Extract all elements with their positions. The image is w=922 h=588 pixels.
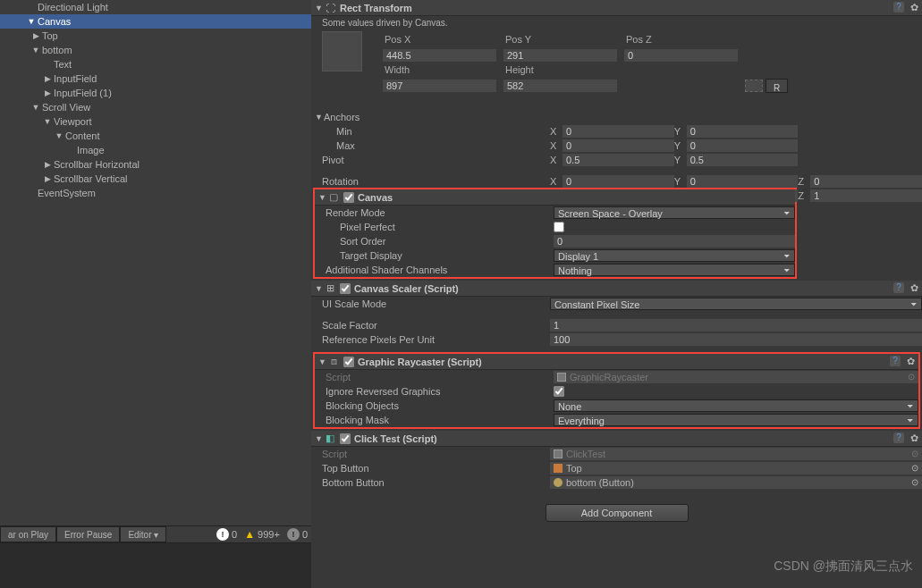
- error-pause-button[interactable]: Error Pause: [56, 526, 120, 542]
- hierarchy-item[interactable]: ▶Top: [0, 29, 311, 43]
- help-icon[interactable]: ?: [893, 433, 904, 443]
- rot-x-input[interactable]: 0: [563, 175, 674, 188]
- min-y-input[interactable]: 0: [687, 125, 799, 138]
- error-icon: !: [287, 528, 300, 541]
- hierarchy-item[interactable]: ▼bottom: [0, 43, 311, 57]
- button-icon: [554, 478, 563, 487]
- rot-z-input[interactable]: 0: [810, 175, 922, 188]
- console-toolbar: ar on Play Error Pause Editor ▾ !0 ▲999+…: [0, 525, 311, 543]
- ref-pixels-label: Reference Pixels Per Unit: [322, 334, 550, 345]
- scaler-icon: ⊞: [324, 282, 336, 295]
- rect-transform-header[interactable]: ▼ ⛶ Rect Transform ? ✿: [311, 0, 922, 16]
- info-badge[interactable]: !0: [213, 528, 241, 541]
- gear-icon[interactable]: ✿: [910, 2, 918, 13]
- hierarchy-panel: Directional Light ▼Canvas ▶Top ▼bottom T…: [0, 0, 311, 588]
- raycaster-enable-checkbox[interactable]: [343, 357, 354, 367]
- scale-factor-input[interactable]: 1: [550, 319, 922, 332]
- shader-channels-dropdown[interactable]: Nothing: [554, 264, 795, 276]
- pos-z-label: Pos Z: [624, 32, 745, 47]
- clear-on-play-button[interactable]: ar on Play: [0, 526, 56, 542]
- warning-badge[interactable]: ▲999+: [241, 528, 283, 541]
- scale-factor-label: Scale Factor: [322, 320, 550, 331]
- blocking-mask-dropdown[interactable]: Everything: [554, 414, 918, 426]
- hierarchy-item[interactable]: ▶Scrollbar Horizontal: [0, 157, 311, 172]
- pos-x-label: Pos X: [383, 32, 503, 47]
- hierarchy-item[interactable]: ▼Scroll View: [0, 100, 311, 114]
- script-icon: ◧: [324, 433, 336, 445]
- pivot-x-input[interactable]: 0.5: [563, 154, 674, 166]
- canvas-header[interactable]: ▼▢ Canvas: [315, 189, 795, 206]
- script-field: ClickTest: [550, 448, 922, 460]
- gear-icon[interactable]: ✿: [907, 356, 915, 367]
- pixel-perfect-label: Pixel Perfect: [326, 222, 554, 232]
- click-test-header[interactable]: ▼◧ Click Test (Script) ? ✿: [311, 431, 922, 447]
- ref-pixels-input[interactable]: 100: [550, 333, 922, 346]
- sort-order-input[interactable]: 0: [554, 235, 795, 248]
- rotation-label: Rotation: [322, 176, 550, 187]
- canvas-icon: ▢: [327, 191, 340, 204]
- ui-scale-mode-dropdown[interactable]: Constant Pixel Size: [550, 298, 922, 310]
- r-button[interactable]: R: [766, 79, 788, 93]
- min-x-input[interactable]: 0: [563, 125, 674, 138]
- inspector-panel: ▼ ⛶ Rect Transform ? ✿ Some values drive…: [311, 0, 922, 588]
- hierarchy-item[interactable]: ▶InputField (1): [0, 86, 311, 100]
- canvas-scaler-header[interactable]: ▼⊞ Canvas Scaler (Script) ? ✿: [311, 281, 922, 297]
- top-button-field[interactable]: Top: [550, 462, 922, 475]
- target-display-dropdown[interactable]: Display 1: [554, 249, 795, 262]
- watermark: CSDN @拂面清风三点水: [774, 559, 913, 575]
- scaler-enable-checkbox[interactable]: [340, 283, 351, 294]
- shader-channels-label: Additional Shader Channels: [326, 265, 554, 275]
- gear-icon[interactable]: ✿: [910, 282, 918, 294]
- pos-x-input[interactable]: 448.5: [383, 49, 496, 62]
- sort-order-label: Sort Order: [326, 236, 554, 247]
- pixel-perfect-checkbox[interactable]: [554, 222, 564, 232]
- bottom-button-field[interactable]: bottom (Button): [550, 476, 922, 489]
- max-y-input[interactable]: 0: [687, 139, 799, 152]
- hierarchy-item-canvas[interactable]: ▼Canvas: [0, 14, 311, 29]
- max-x-input[interactable]: 0: [563, 139, 674, 152]
- help-icon[interactable]: ?: [893, 282, 904, 293]
- hierarchy-tree: Directional Light ▼Canvas ▶Top ▼bottom T…: [0, 0, 311, 200]
- height-input[interactable]: 582: [503, 80, 617, 92]
- script-icon: [554, 449, 563, 458]
- clicktest-enable-checkbox[interactable]: [340, 433, 351, 444]
- blueprint-button[interactable]: [745, 80, 763, 92]
- ignore-reversed-checkbox[interactable]: [554, 386, 564, 397]
- hierarchy-item[interactable]: EventSystem: [0, 186, 311, 200]
- bottom-button-label: Bottom Button: [322, 477, 550, 488]
- gear-icon[interactable]: ✿: [910, 433, 918, 444]
- raycaster-icon: ⧈: [327, 356, 340, 368]
- hierarchy-item[interactable]: ▼Viewport: [0, 114, 311, 129]
- width-input[interactable]: 897: [383, 80, 496, 92]
- add-component-button[interactable]: Add Component: [546, 504, 689, 522]
- hierarchy-item[interactable]: Directional Light: [0, 0, 311, 14]
- max-label: Max: [322, 140, 550, 151]
- hierarchy-item[interactable]: Image: [0, 143, 311, 157]
- blocking-objects-dropdown[interactable]: None: [554, 399, 918, 412]
- rot-y-input[interactable]: 0: [687, 175, 799, 188]
- graphic-raycaster-header[interactable]: ▼⧈ Graphic Raycaster (Script) ? ✿: [315, 354, 918, 370]
- error-badge[interactable]: !0: [283, 528, 311, 541]
- width-label: Width: [383, 63, 503, 78]
- canvas-enable-checkbox[interactable]: [343, 192, 354, 203]
- editor-dropdown[interactable]: Editor ▾: [120, 526, 166, 542]
- pos-y-input[interactable]: 291: [503, 49, 617, 62]
- min-label: Min: [322, 126, 550, 137]
- blocking-mask-label: Blocking Mask: [326, 415, 554, 425]
- help-icon[interactable]: ?: [893, 2, 904, 13]
- help-icon[interactable]: ?: [890, 356, 901, 366]
- scale-z-input[interactable]: 1: [810, 189, 922, 202]
- warning-icon: ▲: [244, 528, 255, 541]
- hierarchy-item[interactable]: ▶Scrollbar Vertical: [0, 172, 311, 186]
- rect-transform-icon: ⛶: [324, 2, 336, 14]
- cube-icon: [554, 464, 563, 473]
- anchors-fold[interactable]: ▼Anchors: [311, 110, 922, 124]
- pivot-y-input[interactable]: 0.5: [687, 154, 799, 166]
- pos-y-label: Pos Y: [503, 32, 624, 47]
- render-mode-dropdown[interactable]: Screen Space - Overlay: [554, 206, 795, 219]
- ui-scale-mode-label: UI Scale Mode: [322, 298, 550, 309]
- hierarchy-item[interactable]: Text: [0, 57, 311, 71]
- hierarchy-item[interactable]: ▶InputField: [0, 71, 311, 86]
- pos-z-input[interactable]: 0: [624, 49, 738, 62]
- hierarchy-item[interactable]: ▼Content: [0, 129, 311, 143]
